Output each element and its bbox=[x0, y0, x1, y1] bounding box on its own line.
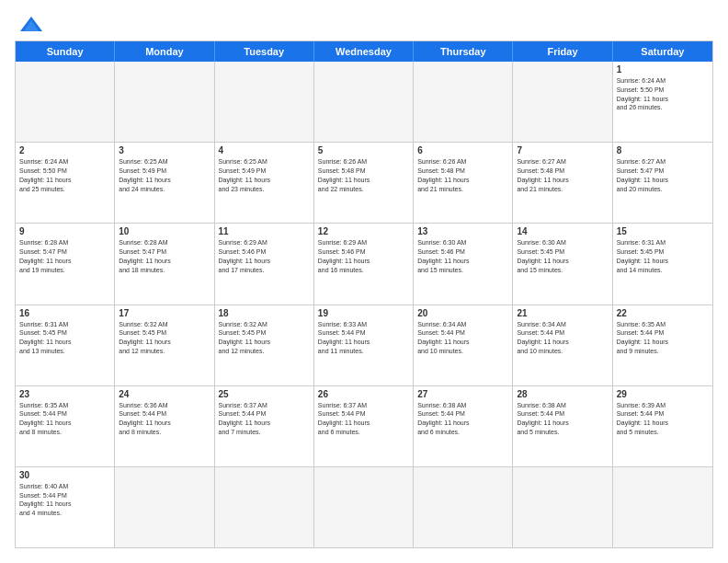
day-number: 10 bbox=[119, 226, 210, 236]
day-cell-3: 3Sunrise: 6:25 AMSunset: 5:49 PMDaylight… bbox=[115, 143, 214, 223]
day-details: Sunrise: 6:40 AMSunset: 5:44 PMDaylight:… bbox=[19, 482, 110, 518]
calendar-header: SundayMondayTuesdayWednesdayThursdayFrid… bbox=[16, 41, 712, 62]
empty-cell bbox=[513, 62, 612, 142]
day-cell-30: 30Sunrise: 6:40 AMSunset: 5:44 PMDayligh… bbox=[16, 467, 115, 547]
day-cell-5: 5Sunrise: 6:26 AMSunset: 5:48 PMDaylight… bbox=[314, 143, 414, 223]
calendar-row-2: 2Sunrise: 6:24 AMSunset: 5:50 PMDaylight… bbox=[16, 142, 712, 223]
day-details: Sunrise: 6:30 AMSunset: 5:46 PMDaylight:… bbox=[417, 238, 508, 274]
calendar-row-6: 30Sunrise: 6:40 AMSunset: 5:44 PMDayligh… bbox=[16, 466, 712, 547]
day-number: 5 bbox=[318, 145, 409, 155]
day-details: Sunrise: 6:35 AMSunset: 5:44 PMDaylight:… bbox=[19, 401, 110, 437]
day-details: Sunrise: 6:37 AMSunset: 5:44 PMDaylight:… bbox=[318, 401, 409, 437]
day-number: 20 bbox=[417, 308, 508, 318]
empty-cell bbox=[215, 467, 314, 547]
day-cell-16: 16Sunrise: 6:31 AMSunset: 5:45 PMDayligh… bbox=[16, 305, 115, 385]
day-details: Sunrise: 6:34 AMSunset: 5:44 PMDaylight:… bbox=[517, 320, 608, 356]
calendar-row-1: 1Sunrise: 6:24 AMSunset: 5:50 PMDaylight… bbox=[16, 62, 712, 142]
day-number: 29 bbox=[617, 389, 709, 399]
day-number: 28 bbox=[517, 389, 608, 399]
page: SundayMondayTuesdayWednesdayThursdayFrid… bbox=[0, 0, 728, 563]
day-details: Sunrise: 6:28 AMSunset: 5:47 PMDaylight:… bbox=[119, 238, 210, 274]
day-cell-8: 8Sunrise: 6:27 AMSunset: 5:47 PMDaylight… bbox=[613, 143, 712, 223]
header bbox=[15, 15, 713, 33]
day-of-week-thursday: Thursday bbox=[414, 41, 513, 62]
day-number: 17 bbox=[119, 308, 210, 318]
day-details: Sunrise: 6:38 AMSunset: 5:44 PMDaylight:… bbox=[417, 401, 508, 437]
day-details: Sunrise: 6:31 AMSunset: 5:45 PMDaylight:… bbox=[19, 320, 110, 356]
day-details: Sunrise: 6:24 AMSunset: 5:50 PMDaylight:… bbox=[19, 157, 110, 193]
day-number: 4 bbox=[219, 145, 310, 155]
day-number: 25 bbox=[219, 389, 310, 399]
empty-cell bbox=[414, 62, 513, 142]
day-details: Sunrise: 6:37 AMSunset: 5:44 PMDaylight:… bbox=[219, 401, 310, 437]
day-number: 11 bbox=[219, 226, 310, 236]
day-details: Sunrise: 6:27 AMSunset: 5:47 PMDaylight:… bbox=[617, 157, 709, 193]
day-cell-13: 13Sunrise: 6:30 AMSunset: 5:46 PMDayligh… bbox=[414, 224, 513, 304]
day-details: Sunrise: 6:24 AMSunset: 5:50 PMDaylight:… bbox=[617, 76, 709, 112]
day-number: 1 bbox=[617, 64, 709, 75]
day-details: Sunrise: 6:28 AMSunset: 5:47 PMDaylight:… bbox=[19, 238, 110, 274]
day-details: Sunrise: 6:39 AMSunset: 5:44 PMDaylight:… bbox=[617, 401, 709, 437]
day-cell-21: 21Sunrise: 6:34 AMSunset: 5:44 PMDayligh… bbox=[513, 305, 612, 385]
day-cell-18: 18Sunrise: 6:32 AMSunset: 5:45 PMDayligh… bbox=[215, 305, 314, 385]
day-cell-1: 1Sunrise: 6:24 AMSunset: 5:50 PMDaylight… bbox=[613, 62, 712, 142]
day-number: 23 bbox=[19, 389, 110, 399]
day-details: Sunrise: 6:26 AMSunset: 5:48 PMDaylight:… bbox=[318, 157, 409, 193]
day-cell-24: 24Sunrise: 6:36 AMSunset: 5:44 PMDayligh… bbox=[115, 386, 214, 466]
day-details: Sunrise: 6:32 AMSunset: 5:45 PMDaylight:… bbox=[119, 320, 210, 356]
day-cell-9: 9Sunrise: 6:28 AMSunset: 5:47 PMDaylight… bbox=[16, 224, 115, 304]
day-cell-25: 25Sunrise: 6:37 AMSunset: 5:44 PMDayligh… bbox=[215, 386, 314, 466]
logo bbox=[15, 15, 46, 33]
day-number: 22 bbox=[617, 308, 709, 318]
day-cell-19: 19Sunrise: 6:33 AMSunset: 5:44 PMDayligh… bbox=[314, 305, 414, 385]
day-details: Sunrise: 6:26 AMSunset: 5:48 PMDaylight:… bbox=[417, 157, 508, 193]
calendar: SundayMondayTuesdayWednesdayThursdayFrid… bbox=[15, 40, 713, 548]
day-cell-2: 2Sunrise: 6:24 AMSunset: 5:50 PMDaylight… bbox=[16, 143, 115, 223]
calendar-row-5: 23Sunrise: 6:35 AMSunset: 5:44 PMDayligh… bbox=[16, 385, 712, 466]
day-number: 6 bbox=[417, 145, 508, 155]
day-number: 27 bbox=[417, 389, 508, 399]
day-details: Sunrise: 6:36 AMSunset: 5:44 PMDaylight:… bbox=[119, 401, 210, 437]
empty-cell bbox=[314, 62, 414, 142]
day-details: Sunrise: 6:27 AMSunset: 5:48 PMDaylight:… bbox=[517, 157, 608, 193]
day-cell-7: 7Sunrise: 6:27 AMSunset: 5:48 PMDaylight… bbox=[513, 143, 612, 223]
day-details: Sunrise: 6:30 AMSunset: 5:45 PMDaylight:… bbox=[517, 238, 608, 274]
day-details: Sunrise: 6:33 AMSunset: 5:44 PMDaylight:… bbox=[318, 320, 409, 356]
day-of-week-friday: Friday bbox=[513, 41, 612, 62]
day-number: 13 bbox=[417, 226, 508, 236]
empty-cell bbox=[115, 467, 214, 547]
day-cell-17: 17Sunrise: 6:32 AMSunset: 5:45 PMDayligh… bbox=[115, 305, 214, 385]
day-number: 16 bbox=[19, 308, 110, 318]
day-number: 24 bbox=[119, 389, 210, 399]
day-details: Sunrise: 6:32 AMSunset: 5:45 PMDaylight:… bbox=[219, 320, 310, 356]
day-cell-11: 11Sunrise: 6:29 AMSunset: 5:46 PMDayligh… bbox=[215, 224, 314, 304]
day-cell-22: 22Sunrise: 6:35 AMSunset: 5:44 PMDayligh… bbox=[613, 305, 712, 385]
calendar-body: 1Sunrise: 6:24 AMSunset: 5:50 PMDaylight… bbox=[16, 62, 712, 547]
empty-cell bbox=[513, 467, 612, 547]
day-cell-4: 4Sunrise: 6:25 AMSunset: 5:49 PMDaylight… bbox=[215, 143, 314, 223]
day-number: 26 bbox=[318, 389, 409, 399]
day-number: 19 bbox=[318, 308, 409, 318]
day-cell-20: 20Sunrise: 6:34 AMSunset: 5:44 PMDayligh… bbox=[414, 305, 513, 385]
day-cell-15: 15Sunrise: 6:31 AMSunset: 5:45 PMDayligh… bbox=[613, 224, 712, 304]
empty-cell bbox=[16, 62, 115, 142]
empty-cell bbox=[215, 62, 314, 142]
day-cell-27: 27Sunrise: 6:38 AMSunset: 5:44 PMDayligh… bbox=[414, 386, 513, 466]
day-details: Sunrise: 6:29 AMSunset: 5:46 PMDaylight:… bbox=[318, 238, 409, 274]
day-cell-12: 12Sunrise: 6:29 AMSunset: 5:46 PMDayligh… bbox=[314, 224, 414, 304]
day-number: 9 bbox=[19, 226, 110, 236]
day-number: 3 bbox=[119, 145, 210, 155]
day-details: Sunrise: 6:38 AMSunset: 5:44 PMDaylight:… bbox=[517, 401, 608, 437]
day-cell-29: 29Sunrise: 6:39 AMSunset: 5:44 PMDayligh… bbox=[613, 386, 712, 466]
day-of-week-tuesday: Tuesday bbox=[215, 41, 314, 62]
empty-cell bbox=[115, 62, 214, 142]
day-number: 18 bbox=[219, 308, 310, 318]
day-number: 15 bbox=[617, 226, 709, 236]
day-cell-10: 10Sunrise: 6:28 AMSunset: 5:47 PMDayligh… bbox=[115, 224, 214, 304]
calendar-row-4: 16Sunrise: 6:31 AMSunset: 5:45 PMDayligh… bbox=[16, 304, 712, 385]
day-number: 8 bbox=[617, 145, 709, 155]
day-number: 7 bbox=[517, 145, 608, 155]
day-cell-23: 23Sunrise: 6:35 AMSunset: 5:44 PMDayligh… bbox=[16, 386, 115, 466]
day-details: Sunrise: 6:25 AMSunset: 5:49 PMDaylight:… bbox=[219, 157, 310, 193]
empty-cell bbox=[314, 467, 414, 547]
